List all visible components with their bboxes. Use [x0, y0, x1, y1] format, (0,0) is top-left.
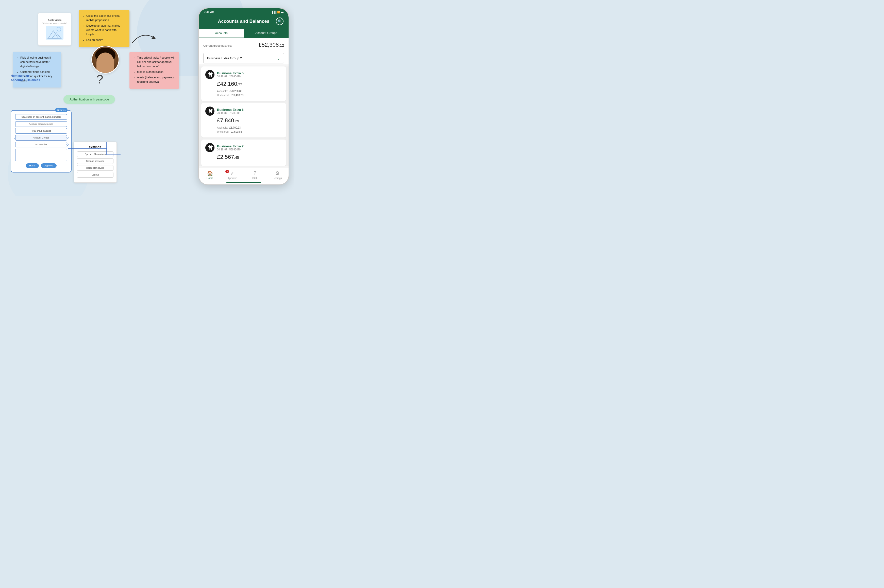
- goal-vision-card: Goal / Vision What are we working toward…: [38, 13, 71, 46]
- wf-home-button[interactable]: Home: [26, 164, 39, 168]
- whiteboard-area: Goal / Vision What are we working toward…: [5, 8, 188, 188]
- account-3-number: 30-18-87 55893479: [217, 148, 244, 151]
- dropdown-label: Business Extra Group 2: [207, 56, 242, 60]
- sticky-yellow-item-2: Develop an app that makes clients want t…: [86, 24, 125, 36]
- sticky-pink-item-3: Alerts (balance and payments requiring a…: [137, 75, 175, 84]
- settings-panel: Settings Opt out of biometrics Change pa…: [74, 141, 117, 183]
- phone-tabs: Accounts Account Groups: [199, 28, 289, 38]
- balance-main: £52,308: [259, 42, 279, 48]
- account-card-1-header: Business Extra 5 30-18-87 23993470: [205, 70, 282, 79]
- nav-settings[interactable]: ⚙ Settings: [266, 170, 289, 180]
- person-avatar: [92, 46, 119, 74]
- wf-item-total-group-balance[interactable]: Total group balance: [15, 128, 67, 134]
- dropdown-arrow-icon: ⌄: [277, 56, 280, 61]
- phone-bottom-bar: [199, 181, 289, 184]
- nav-approve[interactable]: ✓ 3 Approve: [221, 170, 244, 180]
- phone-header: Accounts and Balances 🔍: [199, 15, 289, 28]
- account-card-2[interactable]: Business Extra 6 30-18-87 78233411 £7,84…: [201, 103, 286, 138]
- nav-help[interactable]: ? Help: [244, 170, 266, 180]
- sticky-pink-item-2: Mobile authentication: [137, 70, 175, 74]
- account-card-3-header: Business Extra 7 30-18-87 55893479: [205, 143, 282, 152]
- account-1-name: Business Extra 5: [217, 71, 244, 75]
- account-card-3[interactable]: Business Extra 7 30-18-87 55893479 £2,56…: [201, 140, 286, 166]
- wf-search-box[interactable]: Search for an account (name, number): [15, 114, 67, 120]
- status-icons: ▐▐▐ 🛜 ▬: [271, 10, 284, 14]
- settings-panel-title: Settings: [77, 146, 113, 149]
- account-card-2-header: Business Extra 6 30-18-87 78233411: [205, 106, 282, 116]
- wireframe-phone: Settings Search for an account (name, nu…: [11, 110, 72, 172]
- account-1-details: Available: £28,200.00 Uncleared: £13,400…: [217, 89, 282, 98]
- wf-dot-right: [66, 137, 69, 139]
- search-icon[interactable]: 🔍: [276, 18, 284, 25]
- account-1-info: Business Extra 5 30-18-87 23993470: [217, 71, 244, 78]
- horse-icon-1: [205, 70, 215, 79]
- balance-decimal: .12: [279, 43, 284, 47]
- wf-bottom-buttons: Home Approve: [15, 164, 67, 168]
- settings-icon: ⚙: [275, 170, 280, 176]
- auth-pill: Authentication with passcode: [63, 95, 115, 104]
- sticky-blue-item-1: Risk of losing business if competitors h…: [20, 56, 57, 69]
- wf-item-account-group-selection[interactable]: Account group selection: [15, 121, 67, 127]
- settings-opt-passcode[interactable]: Change passcode: [77, 158, 113, 164]
- tab-accounts[interactable]: Accounts: [199, 28, 244, 38]
- home-icon: 🏠: [207, 170, 213, 176]
- sticky-pink-list: Time critical tasks / people will call h…: [134, 56, 175, 84]
- tab-account-groups[interactable]: Account Groups: [244, 28, 289, 38]
- settings-opt-logout[interactable]: Logout: [77, 172, 113, 178]
- wireframe-section-title: HomescreenAccount & Balances: [11, 74, 40, 82]
- account-3-name: Business Extra 7: [217, 144, 244, 148]
- sticky-yellow-list: Close the gap in our online/ mobile prop…: [83, 14, 125, 42]
- sticky-yellow-item-3: Log on easily: [86, 38, 125, 42]
- home-indicator: [226, 182, 261, 183]
- phone-status-bar: 9:41 AM ▐▐▐ 🛜 ▬: [199, 8, 289, 15]
- approve-icon: ✓ 3: [230, 170, 235, 176]
- account-2-info: Business Extra 6 30-18-87 78233411: [217, 108, 244, 114]
- balance-label: Current group balance:: [203, 44, 232, 47]
- sticky-pink-item-1: Time critical tasks / people will call h…: [137, 56, 175, 69]
- goal-vision-title: Goal / Vision: [48, 19, 62, 21]
- sticky-pink: Time critical tasks / people will call h…: [129, 52, 179, 89]
- account-card-1[interactable]: Business Extra 5 30-18-87 23993470 £42,1…: [201, 66, 286, 101]
- account-2-balance: £7,840.29: [217, 117, 282, 124]
- sticky-yellow: Close the gap in our online/ mobile prop…: [79, 10, 129, 47]
- dropdown-wrapper: Business Extra Group 2 ⌄: [199, 51, 289, 64]
- settings-opt-deregister[interactable]: Deregister device: [77, 165, 113, 171]
- status-time: 9:41 AM: [204, 10, 215, 14]
- horse-icon-3: [205, 143, 215, 152]
- wf-dot-left: [14, 137, 16, 139]
- goal-vision-subtitle: What are we working towards?: [42, 22, 67, 24]
- approve-badge: 3: [226, 170, 229, 173]
- balance-amount: £52,308.12: [259, 42, 284, 48]
- phone-balance-area: Current group balance: £52,308.12: [199, 38, 289, 51]
- wf-item-account-groups[interactable]: Account Groups: [15, 135, 67, 141]
- sticky-yellow-item-1: Close the gap in our online/ mobile prop…: [86, 14, 125, 22]
- goal-vision-illustration: [46, 26, 63, 40]
- question-mark: ?: [96, 72, 103, 86]
- horse-icon-2: [205, 106, 215, 116]
- account-3-info: Business Extra 7 30-18-87 55893479: [217, 144, 244, 151]
- wf-account-list-dot: [66, 144, 69, 146]
- wf-item-account-list[interactable]: Account list: [15, 142, 67, 147]
- phone-bottom-nav: 🏠 Home ✓ 3 Approve ? Help ⚙ Settings: [199, 168, 289, 181]
- account-2-name: Business Extra 6: [217, 108, 244, 112]
- battery-icon: ▬: [281, 10, 284, 14]
- wifi-icon: 🛜: [277, 10, 280, 14]
- phone-header-title: Accounts and Balances: [211, 19, 276, 24]
- account-1-balance: £42,160.77: [217, 81, 282, 87]
- help-icon: ?: [254, 170, 256, 176]
- nav-home[interactable]: 🏠 Home: [199, 170, 221, 180]
- account-2-details: Available: £6,700.23 Uncleared: £1,500.8…: [217, 126, 282, 134]
- mobile-phone: 9:41 AM ▐▐▐ 🛜 ▬ Accounts and Balances 🔍 …: [198, 8, 289, 185]
- wf-settings-button[interactable]: Settings: [55, 108, 68, 112]
- arrow-decoration: [129, 28, 160, 48]
- wf-approve-button[interactable]: Approve: [41, 164, 57, 168]
- mobile-app-wrapper: 9:41 AM ▐▐▐ 🛜 ▬ Accounts and Balances 🔍 …: [198, 8, 289, 185]
- wireframe-phone-body: Settings Search for an account (name, nu…: [11, 110, 72, 172]
- account-1-number: 30-18-87 23993470: [217, 75, 244, 78]
- account-2-number: 30-18-87 78233411: [217, 112, 244, 114]
- phone-content: Business Extra 5 30-18-87 23993470 £42,1…: [199, 66, 289, 166]
- account-3-balance: £2,567.45: [217, 154, 282, 160]
- group-dropdown[interactable]: Business Extra Group 2 ⌄: [203, 53, 284, 63]
- wf-blank-area: [15, 148, 67, 161]
- settings-opt-biometrics[interactable]: Opt out of biometrics: [77, 152, 113, 157]
